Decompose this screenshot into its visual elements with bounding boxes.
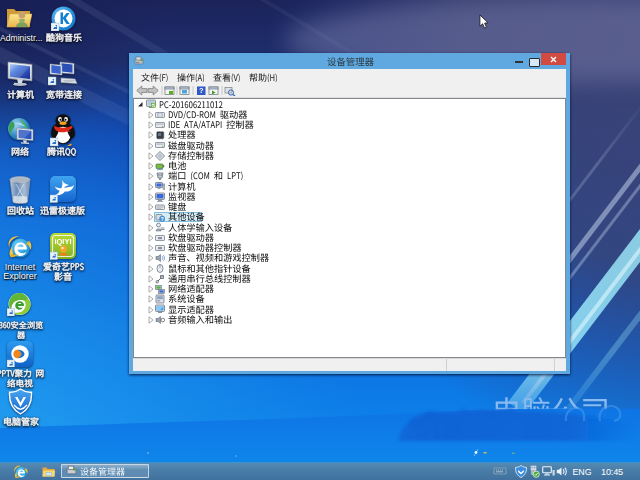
svg-text:?: ? (199, 86, 204, 95)
svg-text:iQIYI: iQIYI (54, 237, 71, 246)
